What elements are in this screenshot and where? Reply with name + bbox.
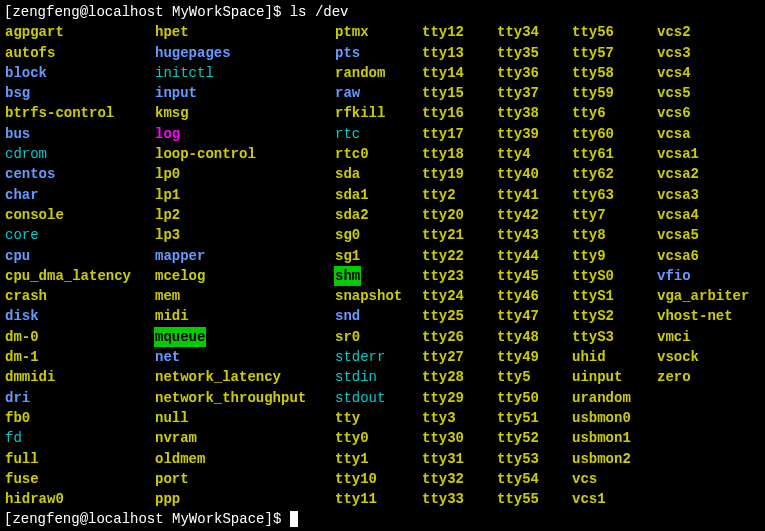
dev-entry: bus — [4, 124, 31, 144]
dev-entry: crash — [4, 286, 48, 306]
dev-entry: rtc0 — [334, 144, 370, 164]
dev-entry: bsg — [4, 83, 31, 103]
dev-entry: mqueue — [154, 327, 206, 347]
dev-entry: tty17 — [421, 124, 465, 144]
dev-entry: random — [334, 63, 386, 83]
dev-entry: lp1 — [154, 185, 181, 205]
dev-entry: vmci — [656, 327, 692, 347]
dev-entry: log — [154, 124, 181, 144]
prompt-dir: MyWorkSpace — [172, 511, 264, 527]
dev-entry: snd — [334, 306, 361, 326]
dev-entry: tty30 — [421, 428, 465, 448]
dev-entry: sda1 — [334, 185, 370, 205]
dev-entry: sr0 — [334, 327, 361, 347]
dev-entry: tty40 — [496, 164, 540, 184]
dev-entry: vcsa4 — [656, 205, 700, 225]
dev-entry: core — [4, 225, 40, 245]
dev-entry: tty60 — [571, 124, 615, 144]
dev-entry: dm-1 — [4, 347, 40, 367]
dev-entry: vcs5 — [656, 83, 692, 103]
dev-entry: dmmidi — [4, 367, 56, 387]
dev-entry: vga_arbiter — [656, 286, 750, 306]
dev-entry: tty14 — [421, 63, 465, 83]
prompt-at: @ — [80, 511, 88, 527]
dev-entry: null — [154, 408, 190, 428]
dev-entry: tty27 — [421, 347, 465, 367]
dev-entry: lp2 — [154, 205, 181, 225]
dev-entry: tty32 — [421, 469, 465, 489]
dev-entry: vcs1 — [571, 489, 607, 509]
dev-entry: tty2 — [421, 185, 457, 205]
dev-entry: ttyS1 — [571, 286, 615, 306]
dev-entry: rtc — [334, 124, 361, 144]
dev-entry: hidraw0 — [4, 489, 65, 509]
dev-entry: tty56 — [571, 22, 615, 42]
dev-entry: tty — [334, 408, 361, 428]
dev-entry: tty13 — [421, 43, 465, 63]
dev-entry: vsock — [656, 347, 700, 367]
dev-entry: tty12 — [421, 22, 465, 42]
dev-entry: tty5 — [496, 367, 532, 387]
dev-entry: ttyS3 — [571, 327, 615, 347]
dev-entry: tty46 — [496, 286, 540, 306]
dev-entry: tty57 — [571, 43, 615, 63]
dev-entry: tty52 — [496, 428, 540, 448]
dev-entry: tty48 — [496, 327, 540, 347]
dev-entry: stdout — [334, 388, 386, 408]
dev-entry: tty61 — [571, 144, 615, 164]
prompt-symbol: $ — [273, 4, 290, 20]
dev-entry: tty62 — [571, 164, 615, 184]
dev-entry: ptmx — [334, 22, 370, 42]
dev-entry: midi — [154, 306, 190, 326]
dev-entry: stdin — [334, 367, 378, 387]
terminal-prompt-line-2[interactable]: [zengfeng@localhost MyWorkSpace]$ — [4, 509, 761, 529]
dev-entry: tty21 — [421, 225, 465, 245]
dev-entry: tty4 — [496, 144, 532, 164]
dev-entry: vcs6 — [656, 103, 692, 123]
dev-entry: cpu_dma_latency — [4, 266, 132, 286]
dev-entry: vcsa5 — [656, 225, 700, 245]
dev-entry: tty38 — [496, 103, 540, 123]
dev-entry: tty58 — [571, 63, 615, 83]
dev-entry: tty28 — [421, 367, 465, 387]
dev-entry: tty1 — [334, 449, 370, 469]
dev-entry: vhost-net — [656, 306, 734, 326]
dev-entry: urandom — [571, 388, 632, 408]
dev-entry: vcsa1 — [656, 144, 700, 164]
dev-entry: agpgart — [4, 22, 65, 42]
dev-entry: mcelog — [154, 266, 206, 286]
dev-entry: cpu — [4, 246, 31, 266]
dev-entry: hugepages — [154, 43, 232, 63]
dev-entry: pts — [334, 43, 361, 63]
dev-entry: fb0 — [4, 408, 31, 428]
prompt-host: localhost — [88, 4, 164, 20]
dev-entry: usbmon1 — [571, 428, 632, 448]
dev-entry: lp3 — [154, 225, 181, 245]
dev-entry: usbmon0 — [571, 408, 632, 428]
dev-entry: vcs2 — [656, 22, 692, 42]
dev-entry: tty44 — [496, 246, 540, 266]
dev-entry: tty51 — [496, 408, 540, 428]
dev-entry: sda — [334, 164, 361, 184]
dev-entry: tty59 — [571, 83, 615, 103]
prompt-space — [164, 511, 172, 527]
dev-entry: tty16 — [421, 103, 465, 123]
dev-entry: dm-0 — [4, 327, 40, 347]
prompt-user: zengfeng — [12, 511, 79, 527]
dev-entry: nvram — [154, 428, 198, 448]
dev-entry: sg0 — [334, 225, 361, 245]
cursor-icon — [290, 511, 298, 527]
dev-entry: ttyS2 — [571, 306, 615, 326]
dev-entry: sda2 — [334, 205, 370, 225]
dev-entry: input — [154, 83, 198, 103]
dev-entry: oldmem — [154, 449, 206, 469]
prompt-at: @ — [80, 4, 88, 20]
dev-entry: vcsa — [656, 124, 692, 144]
dev-entry: tty0 — [334, 428, 370, 448]
terminal-prompt-line-1: [zengfeng@localhost MyWorkSpace]$ ls /de… — [4, 2, 761, 22]
dev-entry: tty8 — [571, 225, 607, 245]
dev-entry: snapshot — [334, 286, 403, 306]
dev-entry: loop-control — [154, 144, 257, 164]
dev-entry: tty26 — [421, 327, 465, 347]
dev-entry: vcsa2 — [656, 164, 700, 184]
